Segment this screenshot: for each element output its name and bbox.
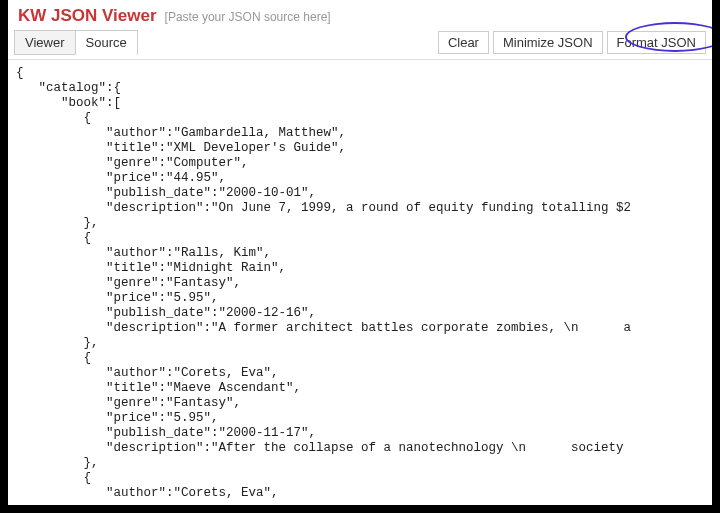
tab-viewer[interactable]: Viewer — [14, 30, 76, 55]
clear-button[interactable]: Clear — [438, 31, 489, 54]
toolbar: Viewer Source Clear Minimize JSON Format… — [8, 30, 712, 60]
source-textarea[interactable]: { "catalog":{ "book":[ { "author":"Gamba… — [8, 60, 712, 505]
app-title: KW JSON Viewer — [18, 6, 157, 26]
tab-bar: Viewer Source — [14, 30, 137, 55]
actions: Clear Minimize JSON Format JSON — [438, 31, 706, 54]
app-hint: [Paste your JSON source here] — [165, 10, 331, 24]
header: KW JSON Viewer [Paste your JSON source h… — [8, 0, 712, 30]
format-json-button[interactable]: Format JSON — [607, 31, 706, 54]
tab-source[interactable]: Source — [75, 30, 138, 55]
minimize-json-button[interactable]: Minimize JSON — [493, 31, 603, 54]
app-frame: KW JSON Viewer [Paste your JSON source h… — [8, 0, 712, 505]
